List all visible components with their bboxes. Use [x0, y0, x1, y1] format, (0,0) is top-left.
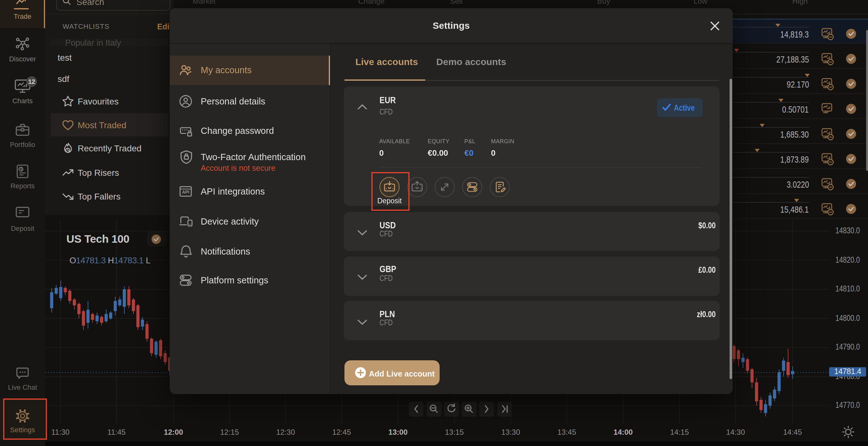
svg-text:API: API	[182, 190, 189, 194]
